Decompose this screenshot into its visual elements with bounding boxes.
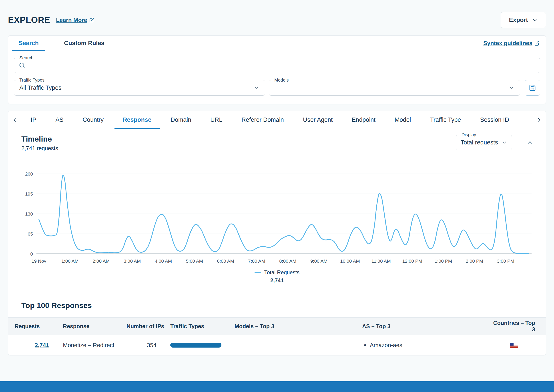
table-row: 2,741Monetize – Redirect354•Amazon-aes <box>8 335 546 355</box>
us-flag-icon <box>510 343 518 348</box>
search-panel-tabs: Search Custom Rules Syntax guidelines <box>8 35 546 51</box>
chevron-down-icon <box>502 140 507 145</box>
top-responses-section: Top 100 Responses RequestsResponseNumber… <box>8 295 546 355</box>
requests-cell: 2,741 <box>15 342 63 349</box>
tab-response[interactable]: Response <box>113 111 161 129</box>
chevron-down-icon <box>254 85 260 91</box>
tab-domain[interactable]: Domain <box>161 111 201 129</box>
tab-country[interactable]: Country <box>73 111 113 129</box>
display-value: Total requests <box>461 139 498 146</box>
learn-more-link[interactable]: Learn More <box>56 17 94 24</box>
dimension-tabs-bar: IPASCountryResponseDomainURLReferer Doma… <box>8 111 546 129</box>
column-header-traffic-types: Traffic Types <box>170 323 234 329</box>
save-search-button[interactable] <box>525 80 540 96</box>
timeline-controls: Display Total requests <box>456 135 535 150</box>
svg-text:0: 0 <box>30 251 33 256</box>
tabs-scroll-right-button[interactable] <box>532 111 546 129</box>
syntax-guidelines-link[interactable]: Syntax guidelines <box>483 40 540 47</box>
responses-table-body: 2,741Monetize – Redirect354•Amazon-aes <box>8 335 546 355</box>
tab-ip[interactable]: IP <box>21 111 46 129</box>
traffic-types-select[interactable]: Traffic Types All Traffic Types <box>14 80 265 96</box>
column-header-requests: Requests <box>15 323 63 329</box>
bullet: • <box>364 342 366 349</box>
footer-band <box>0 381 554 392</box>
svg-text:3:00 AM: 3:00 AM <box>124 259 141 264</box>
collapse-timeline-button[interactable] <box>525 137 535 147</box>
syntax-guidelines-label: Syntax guidelines <box>483 40 533 47</box>
countries-cell <box>492 342 535 349</box>
search-icon <box>19 62 25 69</box>
svg-text:4:00 AM: 4:00 AM <box>155 259 172 264</box>
chevron-up-icon <box>527 139 533 146</box>
chevron-down-icon <box>532 17 538 23</box>
display-label: Display <box>460 132 478 137</box>
tab-search[interactable]: Search <box>11 35 46 51</box>
export-label: Export <box>509 17 528 24</box>
display-select[interactable]: Display Total requests <box>456 135 512 150</box>
timeline-title-block: Timeline 2,741 requests <box>21 135 58 152</box>
svg-text:130: 130 <box>25 211 33 217</box>
traffic-types-cell <box>170 343 234 348</box>
models-select[interactable]: Models <box>269 80 520 96</box>
external-link-icon <box>89 17 94 23</box>
column-header-number-of-ips: Number of IPs <box>127 323 170 329</box>
svg-text:7:00 AM: 7:00 AM <box>248 259 265 264</box>
tab-traffic-type[interactable]: Traffic Type <box>421 111 471 129</box>
svg-text:65: 65 <box>28 231 33 237</box>
external-link-icon <box>534 41 540 46</box>
filters-row: Traffic Types All Traffic Types Models <box>14 80 540 96</box>
top-responses-title: Top 100 Responses <box>21 301 546 310</box>
column-header-response: Response <box>63 323 127 329</box>
tab-url[interactable]: URL <box>201 111 232 129</box>
traffic-types-value: All Traffic Types <box>19 84 62 91</box>
tab-user-agent[interactable]: User Agent <box>293 111 342 129</box>
timeline-header: Timeline 2,741 requests Display Total re… <box>8 129 546 152</box>
traffic-types-label: Traffic Types <box>18 77 46 83</box>
response-cell: Monetize – Redirect <box>63 342 127 349</box>
models-label: Models <box>273 77 290 83</box>
results-panel: IPASCountryResponseDomainURLReferer Doma… <box>8 111 546 355</box>
tab-custom-rules[interactable]: Custom Rules <box>57 35 112 51</box>
svg-text:260: 260 <box>25 171 33 176</box>
responses-table-header: RequestsResponseNumber of IPsTraffic Typ… <box>8 317 546 335</box>
svg-text:5:00 AM: 5:00 AM <box>186 259 203 264</box>
requests-link[interactable]: 2,741 <box>35 342 49 349</box>
export-button[interactable]: Export <box>501 12 546 28</box>
svg-text:11:00 AM: 11:00 AM <box>371 259 391 264</box>
search-field[interactable]: Search <box>14 58 540 73</box>
chart-line <box>39 175 529 253</box>
timeline-request-count: 2,741 requests <box>21 145 58 152</box>
timeline-chart: 06513019526019 Nov1:00 AM2:00 AM3:00 AM4… <box>8 152 546 265</box>
tab-model[interactable]: Model <box>385 111 421 129</box>
flag-canton <box>510 343 513 346</box>
chevron-left-icon <box>12 117 18 123</box>
search-fields: Search Traffic Types All Traffic Types M… <box>8 58 546 104</box>
legend-label: Total Requests <box>264 269 300 276</box>
column-header-models-top-3: Models – Top 3 <box>234 323 362 329</box>
search-panel: Search Custom Rules Syntax guidelines Se… <box>8 35 546 104</box>
tabs-scroll-left-button[interactable] <box>8 111 21 129</box>
legend-item: Total Requests <box>255 269 300 276</box>
learn-more-label: Learn More <box>56 17 87 24</box>
ips-cell: 354 <box>127 342 170 349</box>
as-cell: •Amazon-aes <box>362 342 492 349</box>
tab-session-id[interactable]: Session ID <box>471 111 519 129</box>
search-input[interactable] <box>29 58 535 73</box>
chart-legend: Total Requests 2,741 <box>8 269 546 284</box>
tab-endpoint[interactable]: Endpoint <box>342 111 385 129</box>
svg-text:10:00 AM: 10:00 AM <box>340 259 360 264</box>
svg-text:1:00 PM: 1:00 PM <box>435 259 452 264</box>
explore-page: EXPLORE Learn More Export Search Custom … <box>0 0 554 355</box>
timeline-title: Timeline <box>21 135 58 143</box>
save-icon <box>529 84 536 91</box>
tab-as[interactable]: AS <box>46 111 73 129</box>
svg-text:19 Nov: 19 Nov <box>32 259 46 264</box>
svg-text:6:00 AM: 6:00 AM <box>217 259 234 264</box>
chevron-down-icon <box>509 85 515 91</box>
chevron-right-icon <box>536 117 542 123</box>
dimension-tabs: IPASCountryResponseDomainURLReferer Doma… <box>21 111 532 129</box>
page-title: EXPLORE <box>8 15 50 25</box>
legend-swatch <box>255 272 261 273</box>
tab-referer-domain[interactable]: Referer Domain <box>232 111 293 129</box>
svg-text:1:00 AM: 1:00 AM <box>61 259 78 264</box>
